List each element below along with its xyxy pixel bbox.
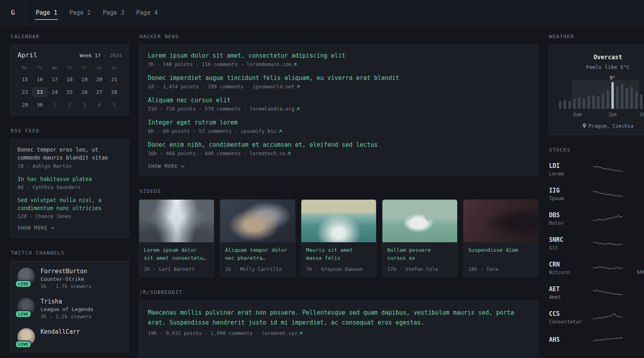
rss-section-title: RSS FEED	[11, 128, 129, 134]
hn-item-meta: 16h · 468 points · 440 comments · loremt…	[148, 150, 530, 156]
hn-item-title[interactable]: Aliquam nec cursus elit	[148, 97, 530, 104]
calendar-day-next-month: 4	[92, 100, 107, 110]
video-title[interactable]: Nullam posuere cursus ex	[387, 246, 452, 263]
hn-item-title[interactable]: Integer eget rutrum lorem	[148, 119, 530, 126]
video-card[interactable]: Lorem ipsum dolor sit amet consectetu… 1…	[139, 199, 214, 277]
stock-price: $795.18	[628, 170, 644, 176]
hacker-news-section-title: HACKER NEWS	[140, 33, 539, 39]
external-link-icon	[296, 85, 300, 89]
reddit-post-title[interactable]: Maecenas mollis pulvinar erat non posuer…	[148, 308, 530, 328]
stock-row[interactable]: SNRC Sit +1.36% $148.64	[548, 231, 644, 256]
rss-item-meta: 12d · Chance Jones	[17, 213, 122, 219]
hn-item-domain[interactable]: ipsumworld.net	[252, 84, 299, 90]
channel-name[interactable]: ForrestBurton	[41, 268, 91, 275]
rss-show-more-button[interactable]: SHOW MORE	[17, 225, 54, 231]
video-thumbnail[interactable]	[220, 200, 295, 242]
channel-name[interactable]: KendallCarr	[41, 328, 80, 335]
hn-item-domain[interactable]: loremtech.co	[250, 150, 291, 156]
stock-symbol: CRN	[549, 261, 587, 268]
stock-symbol: IIG	[549, 187, 587, 194]
hn-item-domain[interactable]: loremlandia.org	[250, 106, 300, 112]
rss-item-title[interactable]: Donec tempor eros leo, ut commodo mauris…	[17, 146, 122, 162]
calendar-day: 22	[17, 87, 32, 97]
external-link-icon	[287, 152, 291, 156]
video-title[interactable]: Lorem ipsum dolor sit amet consectetu…	[144, 246, 209, 263]
tab-page-4[interactable]: Page 4	[136, 0, 159, 25]
video-card[interactable]: Suspendisse diam 18h · Tara	[463, 199, 539, 277]
video-card[interactable]: Aliquam tempor dolor nec pharetra… 1h · …	[220, 199, 295, 277]
calendar-year: 2024	[110, 53, 122, 58]
video-title[interactable]: Suspendisse diam	[468, 246, 533, 263]
rss-item: Sed volutpat nulla nisl, a condimentum n…	[17, 196, 122, 220]
stock-price: $42.04	[628, 195, 644, 201]
hn-item-domain[interactable]: loremdomain.com	[246, 61, 297, 67]
channel-avatar[interactable]: LIVE	[17, 268, 35, 285]
calendar-day: 30	[32, 100, 47, 110]
external-link-icon	[299, 332, 303, 335]
video-thumbnail[interactable]	[382, 200, 457, 242]
rss-item-title[interactable]: In hac habitasse platea	[17, 175, 122, 183]
weather-bar	[630, 87, 633, 109]
hn-item-title[interactable]: Donec enim nibh, condimentum et accumsan…	[148, 141, 530, 148]
video-thumbnail[interactable]	[139, 200, 214, 242]
video-thumbnail[interactable]	[464, 200, 538, 242]
stock-row[interactable]: AET Amet +0.92% $499.72	[548, 280, 644, 305]
stock-row[interactable]: CCS Consectetur +0.51% $165.84	[548, 305, 644, 330]
calendar-day: 20	[92, 74, 107, 84]
hn-show-more-button[interactable]: SHOW MORE	[148, 163, 185, 169]
channel-category[interactable]: Counter-Strike	[41, 276, 91, 282]
rss-item-title[interactable]: Sed volutpat nulla nisl, a condimentum n…	[17, 196, 122, 212]
tab-page-3[interactable]: Page 3	[102, 0, 125, 25]
channel-category[interactable]: League of Legends	[41, 306, 93, 312]
stock-row[interactable]: AHS +0.46%	[548, 330, 644, 350]
app-logo[interactable]: G	[0, 0, 26, 25]
weekday-label: We	[47, 64, 62, 72]
reddit-post-domain[interactable]: loremnet.xyz	[262, 330, 303, 336]
hn-item-domain[interactable]: ipsumify.biz	[241, 128, 281, 134]
weather-bar	[640, 94, 642, 109]
video-title[interactable]: Mauris sit amet massa felis	[306, 246, 371, 263]
calendar-day: 28	[107, 87, 122, 97]
channel-name[interactable]: Trisha	[41, 298, 93, 305]
video-title[interactable]: Aliquam tempor dolor nec pharetra…	[225, 246, 290, 263]
stock-change: +2.84%	[628, 187, 644, 194]
calendar-card: April Week 17 · 2024 Mo Tu We Th Fr Sa S…	[10, 45, 129, 116]
weather-time-label: 10pm	[640, 112, 644, 117]
calendar-header: April Week 17 · 2024	[17, 51, 122, 59]
hacker-news-widget: HACKER NEWS Lorem ipsum dolor sit amet, …	[139, 33, 539, 176]
channel-meta: 1h · 1.7k viewers	[41, 283, 91, 289]
stock-price: $66,171.48	[628, 269, 644, 275]
hn-item-meta: 6h · 60 points · 57 comments · ipsumify.…	[148, 128, 530, 134]
stock-row[interactable]: DBS Dolor +1.42% $156.28	[548, 206, 644, 231]
weather-section-title: WEATHER	[549, 33, 644, 39]
stock-row[interactable]: LDI Lorem +4.35% $795.18	[548, 157, 644, 182]
stock-symbol: CCS	[549, 310, 587, 317]
stocks-list: LDI Lorem +4.35% $795.18 IIG Ipsum +2.84…	[548, 157, 644, 350]
weather-bar	[564, 100, 566, 109]
stock-price: $165.84	[628, 318, 644, 324]
stock-symbol: DBS	[549, 212, 587, 219]
channel-avatar[interactable]: LIVE	[17, 328, 35, 346]
hn-item-title[interactable]: Lorem ipsum dolor sit amet, consectetur …	[148, 52, 530, 59]
stock-sparkline	[587, 312, 628, 323]
weather-location-label: Prague, Czechia	[589, 123, 634, 129]
hn-item-meta: 3h · 148 points · 116 comments · loremdo…	[148, 61, 530, 67]
stock-row[interactable]: CRN Bitcorn -1.00% $66,171.48	[548, 256, 644, 280]
top-nav: G Page 1 Page 2 Page 3 Page 4	[0, 0, 644, 25]
calendar-day: 24	[47, 87, 62, 97]
channel-meta: 3h · 1.2k viewers	[41, 313, 93, 319]
hn-item: Donec imperdiet augue tincidunt felis al…	[148, 74, 530, 90]
weather-peak-temp: 9°	[610, 75, 615, 81]
stock-sparkline	[587, 164, 628, 175]
channel-avatar[interactable]: LIVE	[17, 298, 35, 315]
stock-row[interactable]: IIG Ipsum +2.84% $42.04	[548, 182, 644, 206]
video-card[interactable]: Nullam posuere cursus ex 17h · Stefan Co…	[382, 199, 458, 277]
stock-sparkline	[587, 288, 628, 298]
tab-page-1[interactable]: Page 1	[35, 0, 58, 25]
video-card[interactable]: Mauris sit amet massa felis 7h · Grayson…	[301, 199, 376, 277]
stock-price: $148.64	[628, 244, 644, 250]
tab-page-2[interactable]: Page 2	[68, 0, 91, 25]
hn-item-title[interactable]: Donec imperdiet augue tincidunt felis al…	[148, 74, 530, 82]
hn-item: Lorem ipsum dolor sit amet, consectetur …	[148, 52, 530, 67]
video-thumbnail[interactable]	[301, 200, 376, 242]
